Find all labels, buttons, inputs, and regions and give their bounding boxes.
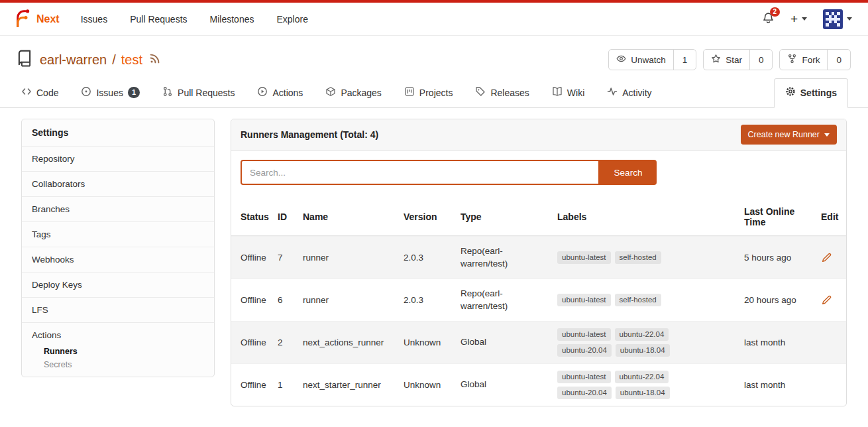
- tab-packages[interactable]: Packages: [324, 79, 382, 107]
- chevron-down-icon: [847, 17, 852, 21]
- forks-count[interactable]: 0: [827, 50, 850, 70]
- tab-actions[interactable]: Actions: [256, 79, 304, 107]
- col-id: ID: [278, 212, 303, 222]
- notifications-button[interactable]: 2: [762, 12, 775, 27]
- runner-id: 7: [278, 253, 303, 263]
- label-pill: ubuntu-20.04: [557, 387, 612, 399]
- runner-labels: ubuntu-latest ubuntu-22.04 ubuntu-20.04 …: [557, 326, 684, 359]
- notification-badge: 2: [770, 7, 780, 17]
- repo-icon: [16, 50, 33, 70]
- label-pill: ubuntu-22.04: [615, 328, 669, 341]
- unwatch-button[interactable]: Unwatch: [609, 50, 673, 70]
- label-pill: ubuntu-latest: [557, 371, 611, 383]
- runner-status: Offline: [231, 337, 278, 347]
- tab-wiki[interactable]: Wiki: [551, 79, 586, 107]
- repo-header: earl-warren / test Unwatch 1: [0, 36, 868, 78]
- runners-panel: Runners Management (Total: 4) Create new…: [231, 119, 847, 406]
- runner-name: runner: [303, 295, 404, 305]
- create-new-menu[interactable]: +: [790, 12, 807, 27]
- repo-separator: /: [112, 52, 116, 68]
- tab-pull-requests[interactable]: Pull Requests: [161, 79, 236, 107]
- tab-issues[interactable]: Issues 1: [80, 79, 141, 107]
- settings-sidebar: Settings Repository Collaborators Branch…: [21, 119, 215, 377]
- chevron-down-icon: [824, 133, 830, 137]
- runner-id: 2: [278, 337, 303, 347]
- runner-labels: ubuntu-latest ubuntu-22.04 ubuntu-20.04 …: [557, 368, 684, 402]
- col-labels: Labels: [557, 212, 744, 222]
- create-runner-button[interactable]: Create new Runner: [741, 125, 837, 145]
- nav-pull-requests[interactable]: Pull Requests: [130, 14, 187, 25]
- runner-status: Offline: [231, 253, 278, 263]
- label-pill: self-hosted: [615, 294, 661, 306]
- plus-icon: +: [790, 12, 798, 27]
- nav-milestones[interactable]: Milestones: [210, 14, 254, 25]
- navbar: Next Issues Pull Requests Milestones Exp…: [0, 3, 868, 36]
- sidebar-item-repository[interactable]: Repository: [22, 146, 214, 171]
- sidebar-item-branches[interactable]: Branches: [22, 196, 214, 221]
- tab-releases[interactable]: Releases: [474, 79, 530, 107]
- sidebar-item-collaborators[interactable]: Collaborators: [22, 171, 214, 196]
- search-input[interactable]: [241, 160, 600, 185]
- gear-icon: [785, 86, 796, 99]
- repo-name-link[interactable]: test: [121, 52, 142, 68]
- page-title: Runners Management (Total: 4): [241, 129, 378, 140]
- edit-runner-button[interactable]: [821, 253, 838, 263]
- sidebar-item-tags[interactable]: Tags: [22, 221, 214, 247]
- runner-name: next_actions_runner: [303, 337, 404, 347]
- watchers-count[interactable]: 1: [673, 50, 696, 70]
- table-row: Offline 1 next_starter_runner Unknown Gl…: [231, 363, 846, 406]
- search-button[interactable]: Search: [600, 160, 657, 185]
- sidebar-subitem-secrets[interactable]: Secrets: [32, 358, 204, 371]
- tab-projects[interactable]: Projects: [403, 79, 455, 107]
- repo-owner-link[interactable]: earl-warren: [40, 52, 107, 68]
- project-board-icon: [404, 86, 415, 99]
- runner-last-online: 5 hours ago: [744, 253, 821, 263]
- col-type: Type: [461, 212, 557, 222]
- label-pill: self-hosted: [615, 251, 661, 264]
- panel-header: Runners Management (Total: 4) Create new…: [231, 119, 846, 151]
- tab-settings[interactable]: Settings: [774, 78, 848, 108]
- runner-version: Unknown: [404, 380, 461, 390]
- star-button[interactable]: Star: [704, 50, 749, 70]
- sidebar-title: Settings: [22, 119, 214, 146]
- runner-version: Unknown: [404, 337, 461, 347]
- col-edit: Edit: [821, 212, 846, 222]
- fork-button[interactable]: Fork: [780, 50, 827, 70]
- sidebar-item-webhooks[interactable]: Webhooks: [22, 247, 214, 272]
- nav-explore[interactable]: Explore: [276, 14, 307, 25]
- runner-name: next_starter_runner: [303, 380, 404, 390]
- sidebar-subitem-runners[interactable]: Runners: [32, 345, 204, 358]
- unwatch-label: Unwatch: [631, 55, 666, 65]
- eye-icon: [616, 54, 626, 66]
- label-pill: ubuntu-22.04: [615, 371, 669, 383]
- runner-labels: ubuntu-latest self-hosted: [557, 249, 684, 267]
- tab-activity[interactable]: Activity: [606, 79, 653, 107]
- home-link[interactable]: Next: [13, 9, 60, 29]
- runner-last-online: last month: [744, 337, 821, 347]
- runner-labels: ubuntu-latest self-hosted: [557, 291, 684, 309]
- nav-issues[interactable]: Issues: [81, 14, 107, 25]
- star-button-group: Star 0: [703, 49, 773, 70]
- runner-name: runner: [303, 253, 404, 263]
- sidebar-item-lfs[interactable]: LFS: [22, 297, 214, 322]
- brand-name: Next: [36, 13, 60, 25]
- tab-code[interactable]: Code: [20, 79, 60, 107]
- runner-type: Repo(earl-warren/test): [461, 288, 557, 312]
- search-bar: Search: [231, 151, 846, 193]
- primary-nav: Issues Pull Requests Milestones Explore: [81, 14, 308, 25]
- runner-type: Repo(earl-warren/test): [461, 245, 557, 269]
- rss-feed-icon[interactable]: [149, 52, 161, 68]
- sidebar-item-actions[interactable]: Actions Runners Secrets: [22, 322, 214, 377]
- chevron-down-icon: [802, 17, 807, 21]
- col-version: Version: [404, 212, 461, 222]
- sidebar-item-deploy-keys[interactable]: Deploy Keys: [22, 272, 214, 297]
- edit-runner-button[interactable]: [821, 295, 838, 306]
- user-menu[interactable]: [823, 9, 852, 29]
- package-icon: [325, 86, 336, 99]
- runner-version: 2.0.3: [404, 295, 461, 305]
- stars-count[interactable]: 0: [749, 50, 773, 70]
- runner-status: Offline: [231, 295, 278, 305]
- col-last-online: Last Online Time: [744, 206, 821, 227]
- repo-actions: Unwatch 1 Star 0: [608, 49, 851, 70]
- star-label: Star: [726, 55, 742, 65]
